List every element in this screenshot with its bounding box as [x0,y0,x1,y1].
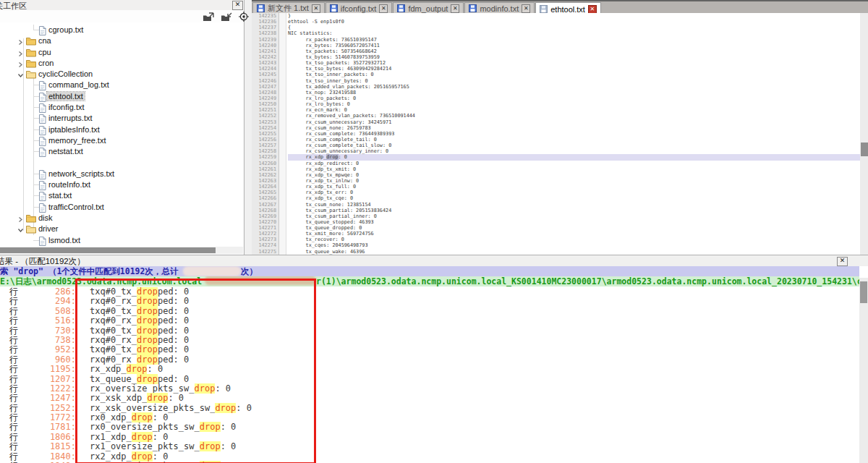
tree-item-command_log.txt[interactable]: command_log.txt [0,80,243,90]
line-number: 142273 [252,237,276,242]
result-row[interactable]: 行1781:rx0_oversize_pkts_sw_drop: 0 [0,422,859,432]
code-line: tx_cqes: 204596498793 [288,242,860,248]
result-row[interactable]: 行1247:rx_xsk_xdp_drop: 0 [0,394,859,403]
redaction-blur [403,234,450,254]
result-row[interactable]: 行1195:rx_xdp_drop: 0 [0,365,859,374]
line-number: 142240 [252,43,276,48]
code-line: rx_xdp_tx_inlnw: 0 [288,178,860,184]
code-line: rx_xdp_drop: 0 [288,154,860,160]
results-vertical-scrollbar[interactable] [859,278,868,463]
close-tab-icon[interactable]: ✕ [379,4,388,13]
close-tab-icon[interactable]: ✕ [522,4,530,13]
result-post: ped: 0 [158,296,189,306]
tree-item-netstat.txt[interactable]: netstat.txt [0,146,243,157]
result-pre: txq#0_tx_ [90,287,137,297]
result-pre: txq#0_tx_ [90,326,137,336]
code-line: rx_csum_complete_tail_slow: 0 [288,143,860,148]
tab-modinfo.txt[interactable]: modinfo.txt✕ [464,2,535,14]
chevron-right-icon[interactable] [17,50,24,59]
tab-fdm_output[interactable]: fdm_output✕ [393,2,464,14]
tree-item-ethtool.txt[interactable]: ethtool.txt [0,91,243,102]
chevron-down-icon[interactable] [17,226,24,235]
chevron-right-icon[interactable] [17,61,24,69]
locate-file-icon[interactable] [239,12,249,22]
tree-item-cgroup.txt[interactable]: cgroup.txt [0,25,243,35]
result-row[interactable]: 行730:txq#0_tx_dropped: 0 [0,326,859,336]
close-tab-icon[interactable]: ✕ [312,4,320,13]
workspace-close-icon[interactable]: ✕ [232,1,243,10]
tree-item-stat.txt[interactable]: stat.txt [0,190,243,201]
result-row[interactable]: 行1252:rx_xsk_oversize_pkts_sw_drop: 0 [0,404,859,413]
result-line-number: 294: [25,297,76,306]
match-highlight: drop [137,315,158,326]
result-row[interactable]: 行1815:rx1_oversize_pkts_sw_drop: 0 [0,442,859,451]
tree-item-ifconfig.txt[interactable]: ifconfig.txt [0,102,243,113]
folder-icon [26,37,36,47]
tree-item-interrupts.txt[interactable]: interrupts.txt [0,113,243,124]
result-row[interactable]: 行516:rxq#0_rx_dropped: 0 [0,316,859,326]
tree-item-iptablesInfo.txt[interactable]: iptablesInfo.txt [0,124,243,135]
editor-vscroll-thumb[interactable] [861,143,868,156]
results-title: 结果 - （匹配10192次） [0,256,85,266]
tree-horizontal-scrollbar[interactable] [0,247,243,254]
tree-item-cron[interactable]: cron [0,58,243,69]
tree-item-driver[interactable]: driver [0,224,243,234]
tree-item-disk[interactable]: disk [0,213,243,224]
result-row[interactable]: 行1207:tx_queue_dropped: 0 [0,375,859,384]
code-line: tx_tso_inner_bytes: 0 [288,78,860,84]
result-row[interactable]: 行1222:rx_oversize_pkts_sw_drop: 0 [0,384,859,394]
chevron-down-icon[interactable] [17,72,24,80]
tree-item-label: cron [38,59,54,67]
result-row[interactable]: 行952:txq#0_tx_dropped: 0 [0,345,859,354]
tree-item-network_scripts.txt[interactable]: network_scripts.txt [0,169,243,179]
tree-hscroll-thumb[interactable] [0,247,216,253]
results-close-icon[interactable]: ✕ [837,257,848,266]
result-row-prefix: 行 [9,422,25,432]
result-row[interactable]: 行1806:rx1_xdp_drop: 0 [0,433,859,442]
code-line: rx_lro_packets: 0 [288,95,860,101]
tree-item-cpu[interactable]: cpu [0,47,243,58]
result-row[interactable]: 行294:rxq#0_rx_dropped: 0 [0,297,859,306]
results-vscroll-thumb[interactable] [860,281,867,303]
result-row[interactable]: 行286:txq#0_tx_dropped: 0 [0,287,859,297]
tree-item-memory_free.txt[interactable]: memory_free.txt [0,135,243,146]
result-row[interactable]: 行1772:rx0_xdp_drop: 0 [0,413,859,422]
tree-item-label: trafficControl.txt [48,203,104,211]
editor-text[interactable]: }ethtool -S enp1s0f0{NIC statistics: rx_… [288,13,860,255]
result-row[interactable]: 行738:rxq#0_rx_dropped: 0 [0,336,859,345]
tree-item-trafficControl.txt[interactable]: trafficControl.txt [0,202,243,213]
line-number: 142245 [252,72,276,77]
result-line-number: 730: [25,326,76,336]
code-line: tx_added_vlan_packets: 205165957165 [288,84,860,90]
code-line: tx_queue_stopped: 46393 [288,219,860,225]
line-number: 142251 [252,107,276,113]
editor-area[interactable]: 1422351422361422371422381422391422401422… [252,13,860,255]
result-text: rx0_xdp_drop: 0 [90,412,168,422]
result-text: rx1_oversize_pkts_sw_drop: 0 [90,441,236,451]
match-highlight: drop [137,344,158,354]
chevron-right-icon[interactable] [17,38,24,47]
tab-新文件 1.txt[interactable]: 新文件 1.txt✕ [252,2,325,14]
line-number: 142258 [252,148,276,154]
expand-files-icon[interactable] [203,12,215,22]
tab-ifconfig.txt[interactable]: ifconfig.txt✕ [326,2,393,14]
chevron-right-icon[interactable] [17,216,24,224]
save-icon [540,5,548,13]
close-tab-icon[interactable]: ✕ [588,5,597,14]
tree-item-lsmod.txt[interactable]: lsmod.txt [0,235,243,246]
editor-vertical-scrollbar[interactable] [860,13,868,255]
result-line-number: 508: [25,307,76,316]
search-file-path-line[interactable]: E:\日志\armod0523.odata.ncmp.unicom.local … [0,276,859,286]
result-line-number: 952: [25,345,76,354]
result-line-number: 1222: [25,384,76,394]
tree-item-routeInfo.txt[interactable]: routeInfo.txt [0,179,243,190]
close-tab-icon[interactable]: ✕ [451,4,459,13]
result-row[interactable]: 行508:txq#0_tx_dropped: 0 [0,307,859,316]
result-post: : 0 [221,441,237,451]
result-row[interactable]: 行1840:rx2_xdp_drop: 0 [0,452,859,462]
result-row[interactable]: 行960:rxq#0_rx_dropped: 0 [0,355,859,365]
code-line: tx_xmit_more: 569724756 [288,231,860,237]
tree-item-cna[interactable]: cna [0,35,243,46]
tree-item-cyclicCollection[interactable]: cyclicCollection [0,69,243,80]
collapse-files-icon[interactable] [221,12,233,22]
